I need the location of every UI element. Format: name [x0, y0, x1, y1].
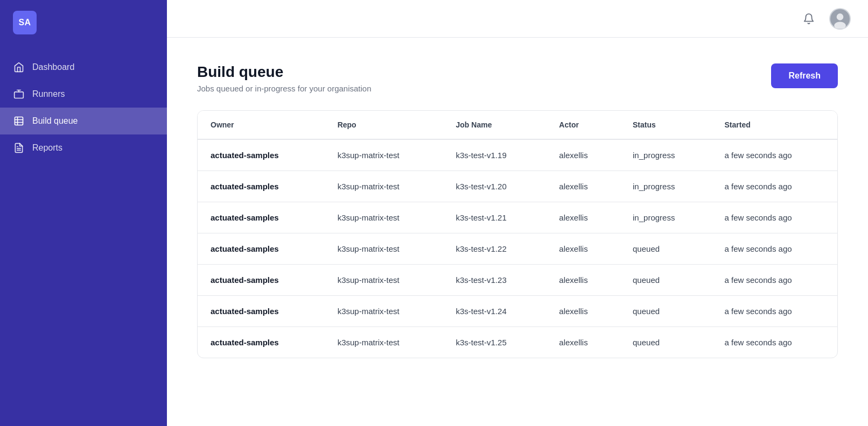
cell-actor: alexellis [546, 327, 620, 358]
col-started: Started [712, 111, 838, 139]
table-row: actuated-samples k3sup-matrix-test k3s-t… [198, 202, 837, 233]
cell-repo: k3sup-matrix-test [325, 265, 443, 296]
sidebar-logo: SA [0, 0, 167, 45]
sidebar-item-runners[interactable]: Runners [0, 81, 167, 108]
cell-owner: actuated-samples [198, 202, 325, 233]
col-actor: Actor [546, 111, 620, 139]
user-avatar[interactable] [829, 8, 851, 30]
cell-actor: alexellis [546, 171, 620, 202]
cell-actor: alexellis [546, 296, 620, 327]
table-row: actuated-samples k3sup-matrix-test k3s-t… [198, 233, 837, 265]
table-row: actuated-samples k3sup-matrix-test k3s-t… [198, 139, 837, 171]
cell-owner: actuated-samples [198, 265, 325, 296]
build-queue-table-container: Owner Repo Job Name Actor Status Started… [197, 110, 838, 358]
sidebar-item-dashboard-label: Dashboard [32, 62, 74, 72]
table-row: actuated-samples k3sup-matrix-test k3s-t… [198, 296, 837, 327]
sidebar-item-runners-label: Runners [32, 89, 65, 99]
main-content: Build queue Jobs queued or in-progress f… [167, 0, 868, 426]
cell-job-name: k3s-test-v1.19 [443, 139, 547, 171]
cell-job-name: k3s-test-v1.22 [443, 233, 547, 265]
cell-repo: k3sup-matrix-test [325, 202, 443, 233]
table-body: actuated-samples k3sup-matrix-test k3s-t… [198, 139, 837, 358]
table-row: actuated-samples k3sup-matrix-test k3s-t… [198, 171, 837, 202]
page-title-block: Build queue Jobs queued or in-progress f… [197, 63, 372, 93]
cell-actor: alexellis [546, 202, 620, 233]
col-job-name: Job Name [443, 111, 547, 139]
build-queue-table: Owner Repo Job Name Actor Status Started… [198, 111, 837, 358]
cell-started: a few seconds ago [712, 171, 838, 202]
cell-repo: k3sup-matrix-test [325, 296, 443, 327]
page-header: Build queue Jobs queued or in-progress f… [197, 63, 838, 93]
table-row: actuated-samples k3sup-matrix-test k3s-t… [198, 265, 837, 296]
page-content: Build queue Jobs queued or in-progress f… [167, 38, 868, 426]
table-row: actuated-samples k3sup-matrix-test k3s-t… [198, 327, 837, 358]
table-header-row: Owner Repo Job Name Actor Status Started [198, 111, 837, 139]
home-icon [13, 61, 25, 73]
notification-bell-button[interactable] [799, 9, 818, 29]
cell-job-name: k3s-test-v1.24 [443, 296, 547, 327]
svg-rect-0 [15, 92, 24, 98]
refresh-button[interactable]: Refresh [771, 63, 838, 88]
sidebar-item-reports[interactable]: Reports [0, 134, 167, 161]
sidebar-item-build-queue[interactable]: Build queue [0, 108, 167, 134]
svg-point-8 [837, 13, 844, 20]
svg-rect-1 [15, 117, 23, 125]
cell-status: in_progress [620, 139, 711, 171]
cell-owner: actuated-samples [198, 233, 325, 265]
col-repo: Repo [325, 111, 443, 139]
cell-status: queued [620, 233, 711, 265]
sidebar-item-build-queue-label: Build queue [32, 116, 78, 126]
cell-started: a few seconds ago [712, 202, 838, 233]
cell-status: queued [620, 327, 711, 358]
cell-repo: k3sup-matrix-test [325, 171, 443, 202]
page-title: Build queue [197, 63, 372, 81]
cell-job-name: k3s-test-v1.20 [443, 171, 547, 202]
table-header: Owner Repo Job Name Actor Status Started [198, 111, 837, 139]
cell-status: queued [620, 296, 711, 327]
cell-actor: alexellis [546, 265, 620, 296]
reports-icon [13, 142, 25, 154]
sidebar-item-dashboard[interactable]: Dashboard [0, 54, 167, 81]
cell-owner: actuated-samples [198, 296, 325, 327]
cell-started: a few seconds ago [712, 327, 838, 358]
cell-started: a few seconds ago [712, 139, 838, 171]
cell-status: in_progress [620, 202, 711, 233]
cell-job-name: k3s-test-v1.25 [443, 327, 547, 358]
build-queue-icon [13, 115, 25, 127]
sidebar-item-reports-label: Reports [32, 143, 62, 153]
cell-status: queued [620, 265, 711, 296]
col-status: Status [620, 111, 711, 139]
col-owner: Owner [198, 111, 325, 139]
cell-owner: actuated-samples [198, 171, 325, 202]
sidebar: SA Dashboard Runners [0, 0, 167, 426]
cell-owner: actuated-samples [198, 327, 325, 358]
logo-badge: SA [13, 11, 37, 34]
topbar [167, 0, 868, 38]
cell-started: a few seconds ago [712, 233, 838, 265]
cell-job-name: k3s-test-v1.23 [443, 265, 547, 296]
cell-actor: alexellis [546, 233, 620, 265]
cell-repo: k3sup-matrix-test [325, 327, 443, 358]
cell-started: a few seconds ago [712, 296, 838, 327]
cell-job-name: k3s-test-v1.21 [443, 202, 547, 233]
cell-repo: k3sup-matrix-test [325, 233, 443, 265]
cell-started: a few seconds ago [712, 265, 838, 296]
cell-owner: actuated-samples [198, 139, 325, 171]
sidebar-nav: Dashboard Runners [0, 45, 167, 170]
cell-status: in_progress [620, 171, 711, 202]
page-subtitle: Jobs queued or in-progress for your orga… [197, 84, 372, 93]
cell-actor: alexellis [546, 139, 620, 171]
runners-icon [13, 88, 25, 100]
cell-repo: k3sup-matrix-test [325, 139, 443, 171]
